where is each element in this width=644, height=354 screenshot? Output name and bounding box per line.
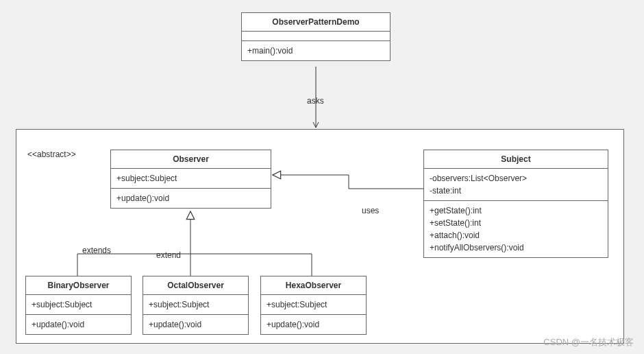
class-title: ObserverPatternDemo <box>242 13 390 32</box>
class-observer-pattern-demo: ObserverPatternDemo +main():void <box>241 12 391 61</box>
relation-extends-label: extends <box>82 246 111 255</box>
class-method: +setState():int <box>430 217 602 229</box>
class-method: +attach():void <box>430 229 602 241</box>
class-title: BinaryObserver <box>26 276 131 295</box>
class-attr: +subject:Subject <box>26 295 131 315</box>
class-title: Observer <box>111 150 271 169</box>
class-attrs: -observers:List<Observer> -state:int <box>424 169 608 201</box>
watermark: CSDN @一名技术极客 <box>543 336 634 349</box>
class-binary-observer: BinaryObserver +subject:Subject +update(… <box>25 276 132 335</box>
class-method: +update():void <box>143 315 248 334</box>
class-attr: -observers:List<Observer> <box>430 172 602 185</box>
class-methods: +getState():int +setState():int +attach(… <box>424 201 608 257</box>
class-method: +update():void <box>111 189 271 208</box>
class-title: HexaObserver <box>261 276 366 295</box>
class-method: +notifyAllObservers():void <box>430 241 602 254</box>
class-method: +getState():int <box>430 204 602 217</box>
class-attr: +subject:Subject <box>111 169 271 189</box>
relation-extend-label: extend <box>156 250 181 260</box>
class-method: +update():void <box>261 315 366 334</box>
class-attr: +subject:Subject <box>143 295 248 315</box>
class-attr: -state:int <box>430 185 602 197</box>
class-attr: +subject:Subject <box>261 295 366 315</box>
class-title: Subject <box>424 150 608 169</box>
class-method: +main():void <box>242 41 390 60</box>
class-observer: Observer +subject:Subject +update():void <box>110 150 271 209</box>
stereotype-label: <<abstract>> <box>27 150 76 159</box>
class-subject: Subject -observers:List<Observer> -state… <box>423 150 608 258</box>
class-hexa-observer: HexaObserver +subject:Subject +update():… <box>260 276 367 335</box>
class-title: OctalObserver <box>143 276 248 295</box>
class-attrs-empty <box>242 32 390 41</box>
relation-asks-label: asks <box>307 96 324 106</box>
relation-uses-label: uses <box>362 206 379 215</box>
class-method: +update():void <box>26 315 131 334</box>
class-octal-observer: OctalObserver +subject:Subject +update()… <box>143 276 249 335</box>
